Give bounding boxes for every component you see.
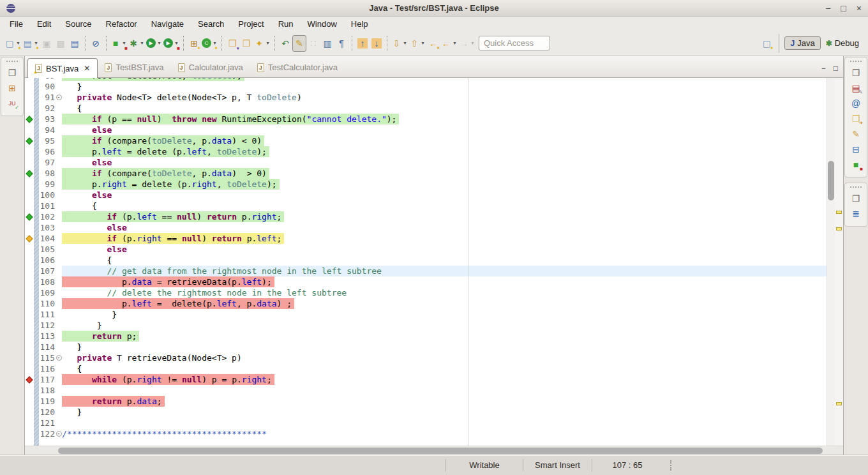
restore-views-icon[interactable]: ❐: [849, 65, 863, 80]
code-line-90[interactable]: 90 }: [25, 81, 827, 92]
code-line-119[interactable]: 119 return p.data;: [25, 396, 827, 407]
menu-refactor[interactable]: Refactor: [99, 19, 144, 29]
code-line-111[interactable]: 111 }: [25, 309, 827, 320]
print-icon[interactable]: ▤: [68, 35, 82, 52]
back-history-icon[interactable]: ←✶: [426, 35, 440, 52]
back-to-last-edit-icon[interactable]: ↶: [278, 35, 292, 52]
java-perspective-button[interactable]: JJava: [784, 36, 820, 50]
status-bar-grip[interactable]: [670, 460, 671, 471]
declaration-view-icon[interactable]: ❒➜: [849, 111, 863, 126]
debug-launch-icon[interactable]: ✱▾: [128, 35, 146, 52]
tab-close-icon[interactable]: ✕: [84, 64, 90, 73]
new-menu-icon[interactable]: ▤✦▾: [22, 35, 40, 52]
menu-source[interactable]: Source: [58, 19, 98, 29]
go-to-line-icon[interactable]: ⇧▾: [408, 35, 426, 52]
previous-annotation-icon[interactable]: ↑: [355, 35, 370, 52]
code-line-98[interactable]: 98 if (compare(toDelete, p.data) > 0): [25, 168, 827, 179]
code-line-121[interactable]: 121: [25, 418, 827, 428]
new-java-project-icon[interactable]: ⊞✦: [187, 35, 201, 52]
console-view-icon[interactable]: ⊟: [849, 142, 863, 157]
go-to-line-icon-dropdown[interactable]: ▾: [420, 40, 426, 46]
code-line-95[interactable]: 95 if (compare(toDelete, p.data) < 0): [25, 135, 827, 146]
vertical-scrollbar-thumb[interactable]: [828, 161, 834, 200]
code-line-110[interactable]: 110 p.left = delete(p.left, p.data) ;: [25, 298, 827, 309]
restore-views-icon[interactable]: ❐: [849, 191, 863, 206]
junit-view-icon[interactable]: JU✓: [5, 96, 19, 111]
tab-testcalculator-java[interactable]: JTestCalculator.java: [250, 58, 345, 77]
new-wizard-icon[interactable]: ▢✦▾: [4, 35, 22, 52]
back-icon[interactable]: ←▾: [440, 35, 458, 52]
horizontal-scrollbar-thumb[interactable]: [58, 448, 823, 454]
code-line-105[interactable]: 105 else: [25, 244, 827, 255]
menu-help[interactable]: Help: [344, 19, 375, 29]
code-line-106[interactable]: 106 {: [25, 255, 827, 266]
last-edit-location-icon-dropdown[interactable]: ▾: [402, 40, 408, 46]
code-line-108[interactable]: 108 p.data = retrieveData(p.left);: [25, 276, 827, 287]
code-line-97[interactable]: 97 else: [25, 157, 827, 168]
forward-icon-dropdown[interactable]: ▾: [470, 40, 475, 46]
vertical-scrollbar[interactable]: [827, 78, 835, 446]
back-icon-dropdown[interactable]: ▾: [452, 40, 458, 46]
code-line-107[interactable]: 107 // get data from the rightmost node …: [25, 266, 827, 276]
horizontal-scrollbar[interactable]: [25, 446, 843, 455]
quick-access-input[interactable]: [479, 36, 550, 50]
code-line-99[interactable]: 99 p.right = delete (p.right, toDelete);: [25, 179, 827, 190]
coverage-launch-icon[interactable]: ■■▾: [110, 35, 128, 52]
close-button[interactable]: ×: [857, 4, 862, 13]
debug-launch-icon-dropdown[interactable]: ▾: [139, 40, 145, 46]
code-line-117[interactable]: 117 while (p.right != null) p = p.right;: [25, 374, 827, 385]
fold-collapse-icon[interactable]: -: [56, 355, 62, 361]
code-line-94[interactable]: 94 else: [25, 124, 827, 135]
next-annotation-icon[interactable]: ↓: [370, 35, 384, 52]
open-perspective-icon[interactable]: ▢✦: [760, 35, 774, 52]
code-line-109[interactable]: 109 // delete the rightmost node in the …: [25, 287, 827, 298]
menu-edit[interactable]: Edit: [30, 19, 58, 29]
code-line-112[interactable]: 112 }: [25, 320, 827, 331]
search-icon[interactable]: ✦▾: [253, 35, 271, 52]
tab-bst-java[interactable]: J▲BST.java✕: [27, 58, 98, 78]
code-line-103[interactable]: 103 else: [25, 222, 827, 233]
menu-navigate[interactable]: Navigate: [144, 19, 191, 29]
code-line-115[interactable]: 115- private T retrieveData(Node<T> p): [25, 352, 827, 363]
occurrence-marker[interactable]: [836, 402, 842, 405]
menu-project[interactable]: Project: [231, 19, 271, 29]
menu-run[interactable]: Run: [271, 19, 301, 29]
code-line-116[interactable]: 116 {: [25, 363, 827, 374]
code-line-113[interactable]: 113 return p;: [25, 331, 827, 342]
outline-view-icon[interactable]: ≣: [849, 206, 863, 222]
tab-testbst-java[interactable]: JTestBST.java: [98, 58, 170, 77]
menu-window[interactable]: Window: [301, 19, 344, 29]
occurrence-marker[interactable]: [836, 227, 842, 230]
restore-views-icon[interactable]: ❐: [5, 65, 19, 80]
open-resource-icon[interactable]: ❒: [239, 35, 253, 52]
code-line-96[interactable]: 96 p.left = delete (p.left, toDelete);: [25, 146, 827, 157]
show-source-icon[interactable]: ▥: [320, 35, 334, 52]
code-line-101[interactable]: 101 {: [25, 200, 827, 211]
external-tools-icon[interactable]: ▶■▾: [163, 35, 180, 52]
minimize-view-icon[interactable]: −: [821, 64, 826, 72]
menu-search[interactable]: Search: [191, 19, 231, 29]
show-whitespace-icon[interactable]: ¶: [334, 35, 348, 52]
open-type-icon[interactable]: ❒●: [225, 35, 239, 52]
code-line-91[interactable]: 91- private Node<T> delete(Node<T> p, T …: [25, 92, 827, 103]
task-list-view-icon[interactable]: ▤✎: [849, 80, 863, 96]
code-line-114[interactable]: 114 }: [25, 342, 827, 352]
code-line-102[interactable]: 102 if (p.left == null) return p.right;: [25, 211, 827, 222]
mark-occurrences-icon[interactable]: ✎: [292, 35, 306, 52]
new-class-icon[interactable]: C✦▾: [201, 35, 218, 52]
code-line-100[interactable]: 100 else: [25, 190, 827, 200]
code-line-118[interactable]: 118: [25, 385, 827, 396]
code-line-93[interactable]: 93 if (p == null) throw new RuntimeExcep…: [25, 114, 827, 124]
skip-all-breakpoints-icon[interactable]: ⊘: [89, 35, 103, 52]
code-line-122[interactable]: 122-/***********************************…: [25, 428, 827, 439]
maximize-view-icon[interactable]: □: [834, 64, 838, 72]
code-line-92[interactable]: 92 {: [25, 103, 827, 114]
editor-body[interactable]: 89 root = delete(root, toDelete);90 }91-…: [25, 78, 843, 446]
search-view-icon[interactable]: ✎: [849, 126, 863, 142]
maximize-button[interactable]: □: [841, 4, 846, 13]
run-icon[interactable]: ▶▾: [146, 35, 163, 52]
menu-file[interactable]: File: [3, 19, 30, 29]
code-line-120[interactable]: 120 }: [25, 407, 827, 418]
minimize-button[interactable]: −: [825, 4, 830, 13]
run-icon-dropdown[interactable]: ▾: [156, 40, 162, 46]
